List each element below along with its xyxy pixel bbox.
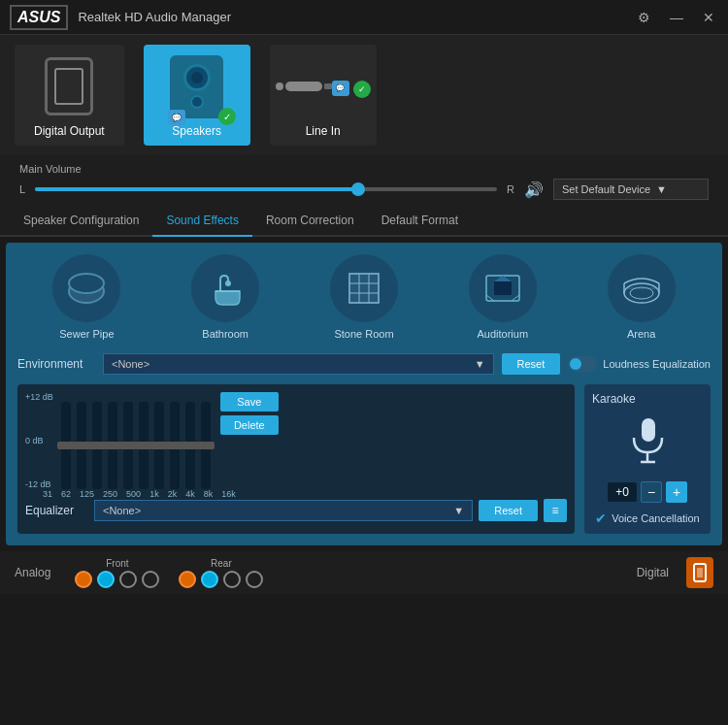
volume-label: Main Volume xyxy=(19,163,709,175)
microphone-icon xyxy=(626,413,670,474)
tabs-bar: Speaker Configuration Sound Effects Room… xyxy=(0,206,728,237)
digital-badge[interactable] xyxy=(686,557,713,588)
close-button[interactable]: ✕ xyxy=(699,8,718,27)
analog-label: Analog xyxy=(15,566,50,579)
env-auditorium[interactable]: Auditorium xyxy=(469,254,537,340)
eq-dropdown-row: Equalizer <None> ▼ Reset ≡ xyxy=(25,499,567,522)
speaker-volume-icon[interactable]: 🔊 xyxy=(524,181,544,199)
eq-action-buttons: Save Delete xyxy=(220,392,279,489)
title-bar: ASUS Realtek HD Audio Manager ⚙ — ✕ xyxy=(0,0,728,35)
rear-dot-1[interactable] xyxy=(179,571,196,588)
volume-row: L R 🔊 Set Default Device ▼ xyxy=(19,179,709,200)
window-controls: ⚙ — ✕ xyxy=(634,8,718,27)
environment-reset-button[interactable]: Reset xyxy=(502,353,561,375)
front-dot-1[interactable] xyxy=(75,571,92,588)
eq-reset-button[interactable]: Reset xyxy=(479,500,538,521)
svg-rect-11 xyxy=(494,281,512,295)
main-content: Sewer Pipe Bathroom xyxy=(6,243,722,545)
eq-save-button[interactable]: Save xyxy=(220,392,279,412)
volume-section: Main Volume L R 🔊 Set Default Device ▼ xyxy=(0,155,728,206)
eq-db-labels: +12 dB 0 dB -12 dB xyxy=(25,392,57,489)
front-dot-2[interactable] xyxy=(97,571,115,588)
env-arena[interactable]: Arena xyxy=(608,254,676,340)
app-logo: ASUS xyxy=(10,5,68,30)
eq-display: +12 dB 0 dB -12 dB xyxy=(25,392,567,489)
fader-track-8k[interactable] xyxy=(185,402,195,489)
svg-rect-20 xyxy=(642,418,655,442)
rear-dot-2[interactable] xyxy=(201,571,218,588)
karaoke-value: +0 xyxy=(608,482,637,502)
fader-250hz xyxy=(108,402,117,489)
freq-62: 62 xyxy=(61,489,71,499)
fader-track-250[interactable] xyxy=(108,402,117,489)
speakers-label: Speakers xyxy=(172,124,221,138)
rear-dots xyxy=(179,571,263,588)
fader-track-500[interactable] xyxy=(123,402,133,489)
minimize-button[interactable]: — xyxy=(666,8,687,27)
tab-sound-effects[interactable]: Sound Effects xyxy=(152,206,252,237)
svg-point-15 xyxy=(630,287,653,299)
fader-62hz xyxy=(77,402,86,489)
vol-right-label: R xyxy=(507,183,514,195)
freq-1k: 1k xyxy=(149,489,159,499)
bathroom-label: Bathroom xyxy=(202,328,248,340)
karaoke-plus-button[interactable]: + xyxy=(666,481,687,503)
env-bathroom[interactable]: Bathroom xyxy=(191,254,259,340)
bottom-bar: Analog Front Rear Digital xyxy=(0,551,728,594)
fader-track-16k[interactable] xyxy=(201,402,211,489)
environment-dropdown[interactable]: <None> ▼ xyxy=(103,353,494,375)
device-tab-digital-output[interactable]: Digital Output xyxy=(15,45,124,146)
faders-container xyxy=(61,392,211,489)
svg-point-2 xyxy=(225,280,231,286)
karaoke-title: Karaoke xyxy=(592,392,636,406)
arena-label: Arena xyxy=(627,328,655,340)
line-in-icon: 💬 ✓ xyxy=(289,52,357,120)
svg-rect-24 xyxy=(697,568,703,577)
device-tabs: Digital Output 💬 ✓ Speakers 💬 xyxy=(0,35,728,155)
check-badge: ✓ xyxy=(218,108,236,125)
fader-track-62[interactable] xyxy=(77,402,86,489)
tab-default-format[interactable]: Default Format xyxy=(368,206,472,237)
fader-track-31[interactable] xyxy=(61,402,71,489)
env-stone-room[interactable]: Stone Room xyxy=(330,254,398,340)
eq-delete-button[interactable]: Delete xyxy=(220,415,279,435)
rear-dot-3[interactable] xyxy=(223,571,241,588)
loudness-label: Loudness Equalization xyxy=(603,358,711,370)
freq-500: 500 xyxy=(126,489,141,499)
tab-room-correction[interactable]: Room Correction xyxy=(252,206,368,237)
freq-2k: 2k xyxy=(168,489,178,499)
freq-125: 125 xyxy=(80,489,94,499)
equalizer-label: Equalizer xyxy=(25,504,88,517)
db-label-low: -12 dB xyxy=(25,479,53,489)
front-dot-4[interactable] xyxy=(142,571,159,588)
chat-badge: 💬 xyxy=(168,110,185,125)
digital-output-icon xyxy=(35,52,103,120)
default-device-dropdown[interactable]: Set Default Device ▼ xyxy=(553,179,709,200)
rear-dot-4[interactable] xyxy=(246,571,263,588)
loudness-equalization: Loudness Equalization xyxy=(568,356,711,372)
karaoke-minus-button[interactable]: − xyxy=(641,481,662,503)
bathroom-icon xyxy=(191,254,259,322)
freq-31: 31 xyxy=(43,489,52,499)
fader-track-1k[interactable] xyxy=(139,402,149,489)
environment-label: Environment xyxy=(17,357,95,371)
fader-track-125[interactable] xyxy=(92,402,102,489)
volume-slider[interactable] xyxy=(35,187,497,191)
device-tab-speakers[interactable]: 💬 ✓ Speakers xyxy=(144,45,250,146)
eq-settings-icon[interactable]: ≡ xyxy=(544,499,567,522)
fader-16k xyxy=(201,402,211,489)
fader-500hz xyxy=(123,402,133,489)
freq-250: 250 xyxy=(103,489,117,499)
tab-speaker-configuration[interactable]: Speaker Configuration xyxy=(10,206,152,237)
fader-track-2k[interactable] xyxy=(154,402,164,489)
equalizer-dropdown[interactable]: <None> ▼ xyxy=(94,500,473,521)
svg-point-14 xyxy=(624,283,659,303)
loudness-toggle[interactable] xyxy=(568,356,597,372)
fader-track-4k[interactable] xyxy=(170,402,180,489)
env-sewer-pipe[interactable]: Sewer Pipe xyxy=(52,254,120,340)
settings-button[interactable]: ⚙ xyxy=(634,8,654,27)
rear-label: Rear xyxy=(211,558,232,569)
front-dot-3[interactable] xyxy=(119,571,137,588)
freq-4k: 4k xyxy=(185,489,195,499)
device-tab-line-in[interactable]: 💬 ✓ Line In xyxy=(270,45,377,146)
